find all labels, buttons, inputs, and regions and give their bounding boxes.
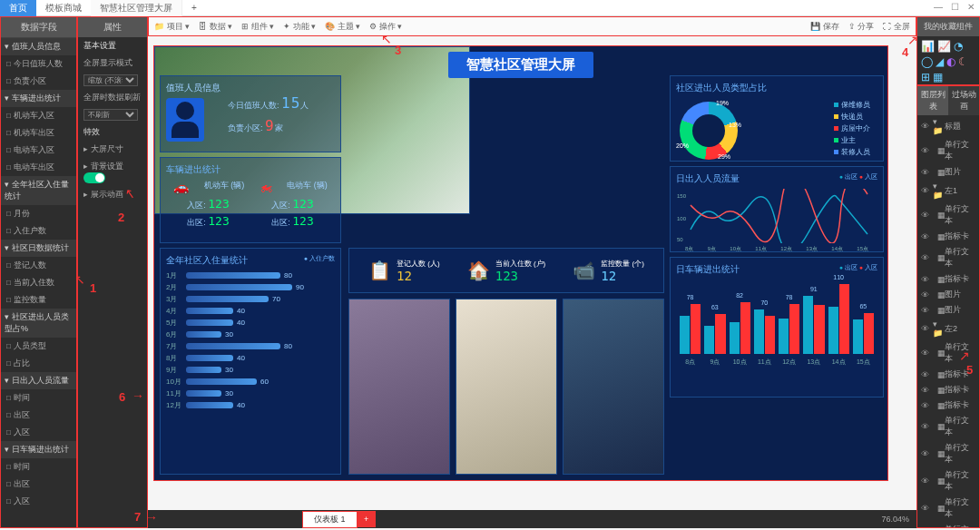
layer-item[interactable]: 👁▾ 📁左2 (917, 318, 979, 339)
field-item[interactable]: 入住户数 (1, 222, 76, 240)
field-group[interactable]: ▾ 车辆进出统计 (1, 90, 76, 107)
shape-line-icon[interactable]: 📈 (937, 40, 951, 53)
layer-item[interactable]: 👁 ▦单行文本 (917, 413, 979, 440)
tb-fx[interactable]: ✦ 功能 ▾ (283, 21, 316, 33)
shape-pie-icon[interactable]: ◔ (954, 40, 963, 53)
field-item[interactable]: 机动车出区 (1, 124, 76, 142)
field-group[interactable]: ▾ 全年社区入住量统计 (1, 176, 76, 205)
bg-toggle[interactable] (83, 172, 105, 183)
bar-group: 7812点 (779, 294, 799, 367)
field-item[interactable]: 当前入住数 (1, 274, 76, 291)
layer-item[interactable]: 👁 ▦单行文本 (917, 244, 979, 271)
field-group[interactable]: ▾ 社区进出人员类型占% (1, 309, 76, 338)
field-item[interactable]: 月份 (1, 205, 76, 222)
layer-item[interactable]: 👁 ▦单行文本 (917, 201, 979, 229)
field-item[interactable]: 今日值班人数 (1, 55, 76, 73)
minimize-icon[interactable]: — (933, 2, 944, 13)
layers-tab[interactable]: 图层列表 (917, 86, 948, 115)
field-item[interactable]: 机动车入区 (1, 107, 76, 124)
layer-item[interactable]: 👁 ▦指标卡 (917, 271, 979, 287)
tab-active[interactable]: 智慧社区管理大屏 (91, 0, 182, 16)
img-2[interactable] (456, 299, 557, 475)
pie-card[interactable]: 社区进出人员类型占比 19% 13% 29% 20% 保维修员快递员房屋中介业主… (670, 75, 884, 162)
layer-item[interactable]: 👁 ▦指标卡 (917, 229, 979, 244)
shape-more-icon[interactable]: ▦ (933, 71, 943, 83)
tab-new[interactable]: + (182, 0, 206, 16)
month-bar-row: 9月30 (166, 365, 335, 375)
sheet-tab[interactable]: 仪表板 1 (302, 511, 358, 528)
field-item[interactable]: 出区 (1, 476, 76, 493)
field-item[interactable]: 入区 (1, 424, 76, 441)
tb-theme[interactable]: 🎨 主题 ▾ (325, 21, 360, 33)
add-sheet-button[interactable]: + (358, 511, 376, 527)
field-group[interactable]: ▾ 日出入人员流量 (1, 372, 76, 389)
field-item[interactable]: 入区 (1, 493, 76, 510)
props-refresh-select[interactable]: 不刷新 (83, 109, 138, 121)
tb-share[interactable]: ⇪ 分享 (848, 21, 875, 33)
props-dashsize[interactable]: ▸ 大屏尺寸 (78, 141, 147, 158)
dash-title: 智慧社区管理大屏 (448, 52, 593, 78)
close-icon[interactable]: ✕ (965, 2, 976, 13)
tb-save[interactable]: 💾 保存 (810, 21, 839, 33)
shape-moon-icon[interactable]: ☾ (958, 55, 968, 68)
layer-item[interactable]: 👁▾ 📁左1 (917, 180, 979, 201)
field-group[interactable]: ▾ 值班人员信息 (1, 38, 76, 55)
layer-item[interactable]: 👁 ▦图片 (917, 287, 979, 302)
tb-data[interactable]: 🗄 数据 ▾ (199, 21, 232, 33)
img-3[interactable] (563, 299, 664, 475)
tb-op[interactable]: ⚙ 操作 ▾ (369, 21, 402, 33)
props-bg[interactable]: ▸ 背景设置 (78, 158, 147, 186)
field-item[interactable]: 电动车出区 (1, 159, 76, 176)
tb-full[interactable]: ⛶ 全屏 (883, 21, 910, 33)
month-bar-row: 3月70 (166, 294, 335, 304)
layer-item[interactable]: 👁 ▦图片 (917, 164, 979, 180)
shape-bar-icon[interactable]: 📊 (921, 40, 935, 53)
field-item[interactable]: 人员类型 (1, 338, 76, 355)
tb-comp[interactable]: ⊞ 组件 ▾ (241, 21, 274, 33)
shape-area-icon[interactable]: ◢ (936, 55, 944, 68)
layer-item[interactable]: 👁 ▦单行文本 (917, 440, 979, 467)
field-item[interactable]: 时间 (1, 389, 76, 407)
field-item[interactable]: 监控数量 (1, 291, 76, 309)
shape-ring-icon[interactable]: ◯ (921, 55, 933, 68)
legend-item: 保维修员 (834, 100, 870, 110)
layer-item[interactable]: 👁 ▦图片 (917, 302, 979, 318)
field-item[interactable]: 时间 (1, 458, 76, 476)
shape-gauge-icon[interactable]: ◐ (946, 55, 956, 68)
props-anim[interactable]: ▸ 展示动画 (78, 186, 147, 203)
duty-card[interactable]: 值班人员信息 今日值班人数: 15人 负责小区: 9家 (160, 75, 341, 152)
dashboard-canvas[interactable]: 智慧社区管理大屏 值班人员信息 今日值班人数: 15人 负责小区: 9家 车辆进… (153, 45, 888, 481)
img-1[interactable] (348, 299, 450, 475)
field-group[interactable]: ▾ 社区日数据统计 (1, 240, 76, 257)
field-item[interactable]: 出区 (1, 407, 76, 424)
line-card[interactable]: 日出入人员流量● 出区 ● 入区 15010050 8点9点10点11点12点1… (670, 166, 884, 252)
monthly-chart[interactable]: 全年社区入住量统计● 入住户数 1月802月903月704月405月406月30… (160, 248, 341, 475)
layer-item[interactable]: 👁 ▦单行文本 (917, 495, 979, 522)
layer-item[interactable]: 👁 ▦单行文本 (917, 137, 979, 164)
props-display-select[interactable]: 缩放 (不滚动) (83, 74, 138, 86)
layer-item[interactable]: 👁 ▦单行文本 (917, 339, 979, 367)
field-item[interactable]: 占比 (1, 355, 76, 372)
field-item[interactable]: 负责小区 (1, 73, 76, 90)
layer-item[interactable]: 👁▾ 📁标题 (917, 115, 979, 137)
vehicle-card[interactable]: 车辆进出统计 🚗机动车 (辆)🏍电动车 (辆) 入区: 123入区: 123 出… (160, 157, 341, 243)
kpi-item: 📋登记人数 (人)12 (368, 259, 440, 283)
avatar-icon (166, 98, 204, 142)
dailybar-card[interactable]: 日车辆进出统计● 出区 ● 入区 788点639点8210点7011点7812点… (670, 257, 884, 398)
layer-item[interactable]: 👁 ▦指标卡 (917, 367, 979, 382)
tab-mall[interactable]: 模板商城 (36, 0, 91, 16)
layer-item[interactable]: 👁 ▦指标卡 (917, 398, 979, 413)
kpi-row[interactable]: 📋登记人数 (人)12🏠当前入住数 (户)123📹监控数量 (个)12 (348, 248, 664, 293)
field-group[interactable]: ▾ 日车辆进出统计 (1, 441, 76, 458)
tab-home[interactable]: 首页 (0, 0, 36, 16)
trans-tab[interactable]: 过场动画 (948, 86, 979, 115)
maximize-icon[interactable]: ☐ (949, 2, 960, 13)
layer-item[interactable]: 👁 ▦指标卡 (917, 382, 979, 398)
layer-item[interactable]: 👁 ▦单行文本 (917, 467, 979, 495)
layer-item[interactable]: 👁 ▦单行文本 (917, 522, 979, 528)
shape-grid-icon[interactable]: ⊞ (921, 71, 930, 83)
bar-group: 6515点 (853, 303, 874, 368)
field-item[interactable]: 登记人数 (1, 257, 76, 274)
tb-project[interactable]: 📁 项目 ▾ (154, 21, 190, 33)
field-item[interactable]: 电动车入区 (1, 142, 76, 159)
